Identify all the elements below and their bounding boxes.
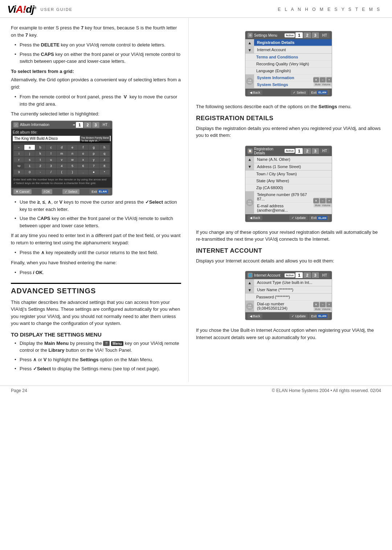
int-plus-btn[interactable]: +	[326, 302, 332, 307]
key-q[interactable]: q	[99, 151, 110, 156]
key-9[interactable]: 9	[14, 170, 24, 175]
tab-3[interactable]: 3	[92, 122, 99, 128]
key-6[interactable]: 6	[78, 163, 88, 168]
ok-btn[interactable]: i OK	[42, 189, 53, 194]
key-bullet[interactable]: ●	[89, 170, 99, 175]
vol-plus-btn[interactable]: +	[326, 77, 332, 82]
int-tab-1[interactable]: 1	[295, 272, 303, 278]
int-update-btn[interactable]: ✓ Update	[289, 314, 308, 319]
key-o[interactable]: o	[78, 151, 88, 156]
key-v[interactable]: v	[57, 157, 67, 162]
reg-tab-3[interactable]: 3	[312, 148, 319, 154]
key-s[interactable]: s	[24, 157, 34, 162]
reg-exit-btn[interactable]: Exit ELAN	[309, 215, 330, 221]
settings-item-terms[interactable]: Terms and Conditions	[245, 54, 332, 61]
int-exit-btn[interactable]: Exit ELAN	[309, 313, 330, 319]
mute-x-btn[interactable]: ✕	[313, 77, 319, 82]
reg-item-zip[interactable]: Zip (CA 68000)	[245, 184, 332, 191]
tab-ht[interactable]: HT	[100, 122, 110, 127]
up-arrow[interactable]: ▲	[245, 39, 254, 46]
key-star[interactable]: *	[99, 170, 110, 175]
key-7[interactable]: 7	[89, 163, 99, 168]
key-slash[interactable]: /	[46, 170, 56, 175]
settings-exit-btn[interactable]: Exit ELAN	[309, 90, 330, 95]
key-5[interactable]: 5	[67, 163, 77, 168]
select-btn-grid[interactable]: ✓ Select	[62, 189, 79, 194]
reg-item-email[interactable]: E-mail address (another@emai...	[254, 203, 314, 214]
int-item-acctype[interactable]: Account Type (Use built-in Int...	[254, 279, 332, 286]
key-r[interactable]: r	[14, 157, 24, 162]
exit-btn-grid[interactable]: Exit ELAN	[89, 189, 110, 194]
reg-down-arrow[interactable]: ▼	[245, 163, 254, 170]
int-tab-3[interactable]: 3	[312, 272, 319, 278]
key-m[interactable]: m	[57, 151, 67, 156]
key-k[interactable]: k	[35, 151, 45, 156]
key-i[interactable]: i	[14, 151, 24, 156]
key-c[interactable]: c	[46, 145, 56, 150]
settings-back-btn[interactable]: ◀ Back	[248, 90, 262, 95]
key-3[interactable]: 3	[46, 163, 56, 168]
key-x[interactable]: x	[78, 157, 88, 162]
key-dot[interactable]: .	[78, 170, 88, 175]
key-n[interactable]: n	[67, 151, 77, 156]
settings-item-syssettings[interactable]: System Settings	[254, 81, 314, 88]
reg-item-name[interactable]: Name (A.N. Other)	[254, 156, 332, 163]
settings-item-language[interactable]: Language (English)	[245, 68, 332, 74]
reg-update-btn[interactable]: ✓ Update	[289, 215, 308, 220]
int-x-btn[interactable]: ✕	[313, 302, 319, 307]
settings-item-reg[interactable]: Registration Details	[254, 39, 332, 46]
int-library-btn[interactable]: Library	[246, 303, 253, 310]
settings-tab-1[interactable]: 1	[295, 32, 303, 38]
int-up-arrow[interactable]: ▲	[245, 279, 254, 286]
key-0[interactable]: 0	[24, 170, 34, 175]
settings-tab-ht[interactable]: HT	[320, 33, 330, 38]
key-b[interactable]: b	[35, 145, 45, 150]
key-e[interactable]: e	[67, 145, 77, 150]
key-open-paren[interactable]: (	[57, 170, 67, 175]
int-tab-2[interactable]: 2	[303, 272, 311, 278]
reg-minus-btn[interactable]: −	[320, 198, 326, 203]
down-arrow[interactable]: ▼	[245, 46, 254, 53]
tab-2[interactable]: 2	[84, 122, 91, 128]
key-1[interactable]: 1	[24, 163, 34, 168]
int-item-password[interactable]: Password (********)	[245, 294, 332, 301]
key-p[interactable]: p	[89, 151, 99, 156]
reg-item-town[interactable]: Town / City (Any Town)	[245, 171, 332, 178]
reg-tab-2[interactable]: 2	[303, 148, 311, 154]
key-minus[interactable]: -	[35, 170, 45, 175]
key-u[interactable]: u	[46, 157, 56, 162]
reg-item-address[interactable]: Address (1 Some Street)	[254, 163, 332, 170]
int-item-username[interactable]: User Name (********)	[254, 286, 332, 293]
key-g[interactable]: g	[89, 145, 99, 150]
key-a[interactable]: a	[24, 145, 34, 150]
key-t[interactable]: t	[35, 157, 45, 162]
settings-item-internet[interactable]: Internet Account	[254, 46, 332, 53]
reg-library-btn[interactable]: Library	[246, 199, 253, 206]
settings-item-sysinfo[interactable]: System Information	[254, 74, 314, 81]
int-down-arrow[interactable]: ▼	[245, 286, 254, 293]
key-h[interactable]: h	[99, 145, 110, 150]
int-minus-btn[interactable]: −	[320, 302, 326, 307]
reg-x-btn[interactable]: ✕	[313, 198, 319, 203]
key-l[interactable]: l	[46, 151, 56, 156]
key-w[interactable]: w	[67, 157, 77, 162]
reg-up-arrow[interactable]: ▲	[245, 156, 254, 163]
key-4[interactable]: 4	[57, 163, 67, 168]
settings-tab-3[interactable]: 3	[312, 32, 319, 38]
key-space[interactable]: sp	[14, 163, 24, 168]
key-d[interactable]: d	[57, 145, 67, 150]
key-f[interactable]: f	[78, 145, 88, 150]
reg-tab-ht[interactable]: HT	[320, 148, 330, 154]
cancel-btn[interactable]: ✕ Cancel	[13, 189, 32, 194]
reg-item-state[interactable]: State (Any Where)	[245, 178, 332, 184]
tab-1[interactable]: 1	[76, 122, 83, 128]
reg-tab-1[interactable]: 1	[295, 148, 303, 154]
settings-tab-2[interactable]: 2	[303, 32, 311, 38]
settings-item-recording[interactable]: Recording Quality (Very High)	[245, 61, 332, 68]
key-close-paren[interactable]: )	[67, 170, 77, 175]
reg-back-btn[interactable]: ◀ Back	[248, 215, 262, 220]
library-btn[interactable]: Library	[246, 78, 253, 85]
key-8[interactable]: 8	[99, 163, 110, 168]
reg-plus-btn[interactable]: +	[326, 198, 332, 203]
settings-select-btn[interactable]: ✓ Select	[291, 90, 308, 95]
